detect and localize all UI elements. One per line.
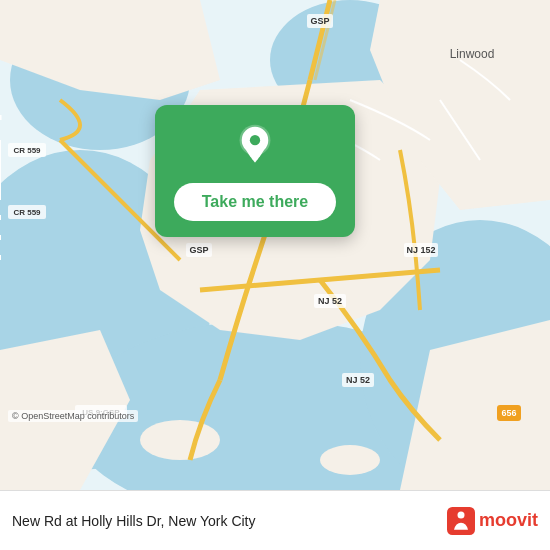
svg-point-11 bbox=[140, 420, 220, 460]
moovit-text: moovit bbox=[479, 510, 538, 531]
osm-attribution: © OpenStreetMap contributors bbox=[8, 410, 138, 422]
svg-point-43 bbox=[250, 135, 260, 145]
address-text: New Rd at Holly Hills Dr, New York City bbox=[12, 513, 256, 529]
moovit-logo: moovit bbox=[447, 507, 538, 535]
svg-text:Linwood: Linwood bbox=[450, 47, 495, 61]
svg-text:NJ 152: NJ 152 bbox=[406, 245, 435, 255]
svg-point-12 bbox=[320, 445, 380, 475]
bottom-bar: New Rd at Holly Hills Dr, New York City … bbox=[0, 490, 550, 550]
svg-text:NJ 52: NJ 52 bbox=[346, 375, 370, 385]
take-me-there-button[interactable]: Take me there bbox=[174, 183, 336, 221]
svg-rect-44 bbox=[447, 507, 475, 535]
svg-text:GSP: GSP bbox=[310, 16, 329, 26]
moovit-brand-icon bbox=[447, 507, 475, 535]
location-pin-icon bbox=[231, 123, 279, 171]
svg-text:GSP: GSP bbox=[189, 245, 208, 255]
svg-text:656: 656 bbox=[501, 408, 516, 418]
map-container: GSP Linwood Strong Creek CR 559 CR 559 G… bbox=[0, 0, 550, 490]
svg-text:CR 559: CR 559 bbox=[13, 208, 41, 217]
svg-text:NJ 52: NJ 52 bbox=[318, 296, 342, 306]
popup-card: Take me there bbox=[155, 105, 355, 237]
svg-text:CR 559: CR 559 bbox=[13, 146, 41, 155]
svg-point-45 bbox=[457, 511, 464, 518]
